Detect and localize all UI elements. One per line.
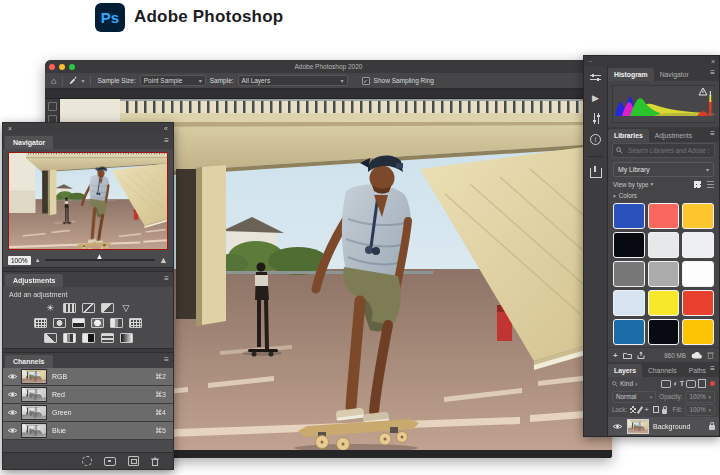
panel-menu-icon[interactable]: ≡ <box>710 69 715 77</box>
color-swatch[interactable] <box>613 203 645 229</box>
close-panel-icon[interactable]: × <box>8 125 12 132</box>
tab-navigator[interactable]: Navigator <box>5 136 53 149</box>
color-lookup-icon[interactable] <box>129 318 142 328</box>
color-swatch[interactable] <box>613 232 645 258</box>
hue-saturation-icon[interactable] <box>34 318 47 328</box>
filter-type-layers-icon[interactable]: T <box>680 380 684 387</box>
color-swatch[interactable] <box>648 261 680 287</box>
zoom-slider[interactable]: ▲ <box>45 259 156 261</box>
load-selection-icon[interactable] <box>82 456 92 466</box>
tab-channels-right[interactable]: Channels <box>642 364 683 377</box>
filter-smart-objects-icon[interactable] <box>698 379 706 388</box>
posterize-icon[interactable] <box>63 333 76 343</box>
visibility-eye-icon[interactable] <box>3 391 21 398</box>
visibility-eye-icon[interactable] <box>3 373 21 380</box>
lock-artboard-icon[interactable] <box>653 406 659 413</box>
brush-settings-panel-icon[interactable] <box>591 113 600 124</box>
color-swatch[interactable] <box>682 203 714 229</box>
color-swatch[interactable] <box>648 203 680 229</box>
tab-layers[interactable]: Layers <box>608 364 642 377</box>
black-white-icon[interactable] <box>72 318 85 328</box>
lock-all-icon[interactable] <box>662 409 667 414</box>
panel-menu-icon[interactable]: ≡ <box>710 130 715 138</box>
color-swatch[interactable] <box>613 319 645 345</box>
color-balance-icon[interactable] <box>53 318 66 328</box>
layer-row-background[interactable]: Background <box>608 417 719 435</box>
zoom-out-icon[interactable]: ▲ <box>35 257 41 263</box>
levels-icon[interactable] <box>63 303 76 313</box>
properties-panel-icon[interactable] <box>590 74 601 83</box>
color-swatch[interactable] <box>682 232 714 258</box>
info-panel-icon[interactable]: i <box>590 134 601 145</box>
cloud-sync-icon[interactable] <box>691 352 702 359</box>
export-panel-icon[interactable] <box>590 168 602 178</box>
visibility-eye-icon[interactable] <box>612 423 623 430</box>
color-swatch[interactable] <box>682 319 714 345</box>
filter-kind-label[interactable]: Kind <box>620 380 633 387</box>
window-titlebar[interactable]: Adobe Photoshop 2020 <box>45 60 612 73</box>
filtering-toggle-icon[interactable] <box>710 381 715 386</box>
actions-panel-icon[interactable]: ▶ <box>592 94 599 103</box>
panel-menu-icon[interactable]: ≡ <box>164 275 169 283</box>
delete-library-item-icon[interactable] <box>707 351 714 359</box>
home-icon[interactable]: ⌂ <box>51 76 56 86</box>
panel-menu-icon[interactable]: ≡ <box>164 137 169 145</box>
panel-menu-icon[interactable]: ≡ <box>710 365 715 373</box>
lock-transparency-icon[interactable] <box>630 406 636 413</box>
exposure-icon[interactable] <box>101 303 114 313</box>
invert-icon[interactable] <box>44 333 57 343</box>
photo-filter-icon[interactable] <box>91 318 104 328</box>
visibility-eye-icon[interactable] <box>3 427 21 434</box>
blend-mode-select[interactable]: Normal ▾ <box>612 391 656 403</box>
filter-adjustment-layers-icon[interactable]: ◐ <box>673 380 677 387</box>
selective-color-icon[interactable] <box>101 333 114 343</box>
color-swatch[interactable] <box>613 290 645 316</box>
lock-position-icon[interactable]: + <box>643 406 649 414</box>
color-swatch[interactable] <box>648 232 680 258</box>
tab-paths[interactable]: Paths <box>683 364 712 377</box>
lock-pixels-icon[interactable] <box>637 406 643 413</box>
collapse-panel-icon[interactable]: « <box>164 125 168 132</box>
panel-menu-icon[interactable]: ≡ <box>164 356 169 364</box>
filter-pixel-layers-icon[interactable] <box>661 380 671 388</box>
close-dock-icon[interactable]: × <box>711 58 715 65</box>
add-element-button[interactable]: + <box>613 351 618 360</box>
tab-libraries[interactable]: Libraries <box>608 129 649 142</box>
color-swatch[interactable] <box>682 290 714 316</box>
tab-adjustments-right[interactable]: Adjustments <box>649 129 698 142</box>
drag-handle[interactable]: ·· <box>588 58 593 65</box>
brightness-contrast-icon[interactable]: ☀ <box>44 302 57 313</box>
eyedropper-dropdown-icon[interactable]: ▾ <box>81 77 84 84</box>
share-library-icon[interactable] <box>637 351 645 359</box>
gradient-map-icon[interactable] <box>120 333 133 343</box>
sample-size-select[interactable]: Point Sample ▾ <box>140 75 206 86</box>
curves-icon[interactable] <box>82 303 95 313</box>
move-tool-icon[interactable] <box>48 102 57 111</box>
save-selection-icon[interactable] <box>104 457 116 466</box>
search-input[interactable] <box>626 146 711 155</box>
eyedropper-icon[interactable] <box>69 76 77 85</box>
color-swatch[interactable] <box>613 261 645 287</box>
colors-section-header[interactable]: ▾ Colors <box>608 190 719 201</box>
channel-row-blue[interactable]: Blue ⌘5 <box>3 422 173 440</box>
library-search[interactable] <box>612 143 715 158</box>
library-select[interactable]: My Library ▾ <box>613 162 714 177</box>
tab-navigator-right[interactable]: Navigator <box>654 68 695 81</box>
zoom-value-field[interactable]: 100% <box>8 256 31 265</box>
tab-adjustments[interactable]: Adjustments <box>5 274 63 287</box>
sample-select[interactable]: All Layers ▾ <box>238 75 348 86</box>
color-swatch[interactable] <box>682 261 714 287</box>
visibility-eye-icon[interactable] <box>3 409 21 416</box>
color-swatch[interactable] <box>648 319 680 345</box>
zoom-in-icon[interactable]: ▲ <box>159 256 168 265</box>
view-by-type-label[interactable]: View by type <box>613 181 649 188</box>
document-tab-bar[interactable] <box>45 90 612 99</box>
channel-row-green[interactable]: Green ⌘4 <box>3 404 173 422</box>
fill-field[interactable]: 100% ▾ <box>685 404 715 416</box>
vibrance-icon[interactable]: ▽ <box>120 302 133 313</box>
tab-channels[interactable]: Channels <box>5 355 53 368</box>
opacity-field[interactable]: 100% ▾ <box>685 391 715 403</box>
channel-mixer-icon[interactable] <box>110 318 123 328</box>
delete-channel-icon[interactable] <box>151 457 159 466</box>
zoom-slider-thumb[interactable]: ▲ <box>95 253 103 261</box>
